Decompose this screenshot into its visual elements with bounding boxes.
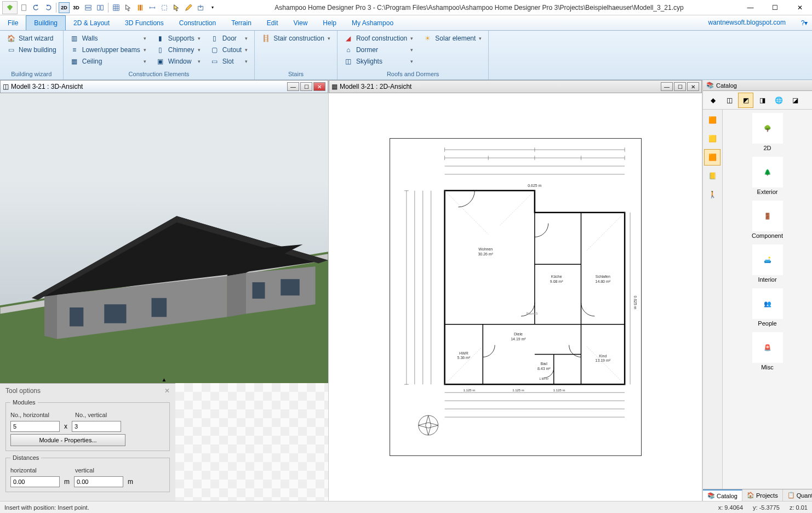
catalog-panel: 📚 Catalog ◆ ◫ ◩ ◨ 🌐 ◪ 🟧 🟨 🟧 📒 🚶 🌳2D 🌲Ext… — [702, 80, 812, 501]
cat-cat-4[interactable]: 📒 — [704, 168, 720, 184]
view-split-v-icon[interactable] — [95, 2, 106, 13]
measure-icon[interactable] — [147, 2, 158, 13]
menu-edit[interactable]: Edit — [259, 15, 286, 30]
menu-terrain[interactable]: Terrain — [224, 15, 259, 30]
modules-legend: Modules — [10, 399, 38, 406]
skylights-button[interactable]: ◫Skylights▾ — [342, 56, 415, 67]
walls-button[interactable]: ▥Walls▾ — [68, 33, 148, 44]
horizontal-label: horizontal — [10, 467, 37, 474]
cursor-icon[interactable] — [123, 2, 134, 13]
svg-text:30.26 m²: 30.26 m² — [478, 252, 493, 256]
pen-icon[interactable] — [183, 2, 194, 13]
cat-cat-2[interactable]: 🟨 — [704, 130, 720, 147]
no-horizontal-input[interactable] — [10, 421, 60, 432]
door-button[interactable]: ▯Door▾ — [208, 33, 250, 44]
svg-line-54 — [499, 191, 535, 226]
menu-view[interactable]: View — [286, 15, 316, 30]
ceiling-button[interactable]: ▦Ceiling▾ — [68, 56, 148, 67]
new-building-button[interactable]: ▭New building — [4, 44, 59, 55]
menu-2d-layout[interactable]: 2D & Layout — [66, 15, 117, 30]
cat-cat-1[interactable]: 🟧 — [704, 112, 720, 128]
view-split-h-icon[interactable] — [83, 2, 94, 13]
tab-quantities[interactable]: 📋Quantities — [783, 489, 812, 501]
supports-icon: ▮ — [156, 34, 165, 43]
catalog-item-component[interactable]: 🚪Component — [746, 201, 790, 239]
menu-help[interactable]: Help — [315, 15, 344, 30]
export-icon[interactable] — [195, 2, 206, 13]
close-button[interactable]: ✕ — [787, 0, 812, 15]
start-wizard-button[interactable]: 🏠Start wizard — [4, 33, 59, 44]
catalog-item-people[interactable]: 👥People — [746, 288, 790, 327]
qat-dropdown-icon[interactable]: ▾ — [207, 2, 218, 13]
new-file-icon[interactable] — [19, 2, 30, 13]
catalog-item-2d[interactable]: 🌳2D — [746, 113, 790, 151]
menu-my-ashampoo[interactable]: My Ashampoo — [344, 15, 401, 30]
view3d-close[interactable]: ✕ — [313, 82, 325, 91]
solar-element-button[interactable]: ☀Solar element▾ — [421, 33, 484, 44]
view3d-maximize[interactable]: ☐ — [300, 82, 312, 91]
coordinates: x: 9.4064 y: -5.3775 z: 0.01 — [718, 504, 808, 511]
slot-button[interactable]: ▭Slot▾ — [208, 56, 250, 67]
cat-tool-5[interactable]: 🌐 — [771, 93, 786, 108]
cat-cat-3[interactable]: 🟧 — [704, 149, 720, 166]
view3d-minimize[interactable]: — — [287, 82, 299, 91]
workspace: ◫ Modell 3-21 : 3D-Ansicht — ☐ ✕ — [0, 80, 812, 501]
skylight-icon: ◫ — [344, 57, 353, 66]
cutout-button[interactable]: ▢Cutout▾ — [208, 44, 250, 55]
view3d-canvas[interactable]: ▲ — [0, 93, 328, 383]
roof-construction-button[interactable]: ◢Roof construction▾ — [342, 33, 415, 44]
select-icon[interactable] — [171, 2, 182, 13]
view2d-maximize[interactable]: ☐ — [674, 82, 686, 91]
solar-icon: ☀ — [423, 34, 432, 43]
menu-construction[interactable]: Construction — [171, 15, 224, 30]
cat-tool-4[interactable]: ◨ — [754, 93, 770, 108]
catalog-list[interactable]: 🌳2D 🌲Exterior 🚪Component 🛋️Interior 👥Peo… — [723, 110, 812, 489]
view2d-minimize[interactable]: — — [661, 82, 673, 91]
menu-building[interactable]: Building — [26, 15, 66, 30]
help-icon[interactable]: ?▾ — [797, 15, 812, 30]
group-label-stairs: Stairs — [256, 70, 336, 78]
catalog-item-interior[interactable]: 🛋️Interior — [746, 244, 790, 283]
blog-link[interactable]: wantnewsoft.blogspot.com — [697, 15, 797, 30]
chimney-button[interactable]: ▯Chimney▾ — [154, 44, 203, 55]
grid-area[interactable] — [175, 383, 328, 501]
ribbon-group-roofs-dormers: ◢Roof construction▾ ⌂Dormer▾ ◫Skylights▾… — [338, 31, 489, 79]
columns-icon[interactable] — [135, 2, 146, 13]
window-button[interactable]: ▣Window▾ — [154, 56, 203, 67]
tool-options-close-icon[interactable]: ✕ — [164, 387, 170, 395]
undo-icon[interactable] — [31, 2, 42, 13]
catalog-item-exterior[interactable]: 🌲Exterior — [746, 157, 790, 195]
view-2d-icon[interactable]: 2D — [59, 2, 70, 13]
view3d-titlebar: ◫ Modell 3-21 : 3D-Ansicht — ☐ ✕ — [0, 80, 328, 93]
maximize-button[interactable]: ☐ — [763, 0, 787, 15]
new-building-icon: ▭ — [7, 45, 15, 54]
menu-file[interactable]: File — [0, 15, 26, 30]
tab-projects[interactable]: 🏠Projects — [742, 489, 783, 501]
svg-line-53 — [444, 191, 488, 235]
distance-vertical-input[interactable] — [74, 476, 123, 487]
dormer-button[interactable]: ⌂Dormer▾ — [342, 44, 415, 55]
view2d-canvas[interactable]: Wohnen30.26 m² Küche9.08 m² Schlafen14.8… — [329, 93, 702, 501]
view2d-close[interactable]: ✕ — [687, 82, 699, 91]
menu-3d-functions[interactable]: 3D Functions — [117, 15, 171, 30]
cutout-icon: ▢ — [210, 45, 219, 54]
stair-construction-button[interactable]: 🪜Stair construction▾ — [259, 33, 333, 44]
grid-icon[interactable] — [111, 2, 122, 13]
distance-horizontal-input[interactable] — [10, 476, 60, 487]
module-properties-button[interactable]: Module - Properties... — [10, 434, 125, 446]
app-menu-button[interactable] — [2, 1, 18, 14]
cat-tool-6[interactable]: ◪ — [787, 93, 803, 108]
minimize-button[interactable]: — — [738, 0, 763, 15]
view-3d-icon[interactable]: 3D — [71, 2, 82, 13]
no-vertical-input[interactable] — [72, 421, 121, 432]
redo-icon[interactable] — [43, 2, 54, 13]
catalog-item-misc[interactable]: 🚨Misc — [746, 332, 790, 371]
supports-button[interactable]: ▮Supports▾ — [154, 33, 203, 44]
cat-tool-3[interactable]: ◩ — [738, 93, 753, 108]
beams-button[interactable]: ≡Lower/upper beams▾ — [68, 44, 148, 55]
tab-catalog[interactable]: 📚Catalog — [703, 489, 742, 501]
cat-tool-1[interactable]: ◆ — [705, 93, 720, 108]
cat-cat-5[interactable]: 🚶 — [704, 186, 720, 203]
cat-tool-2[interactable]: ◫ — [722, 93, 737, 108]
crop-icon[interactable] — [159, 2, 170, 13]
